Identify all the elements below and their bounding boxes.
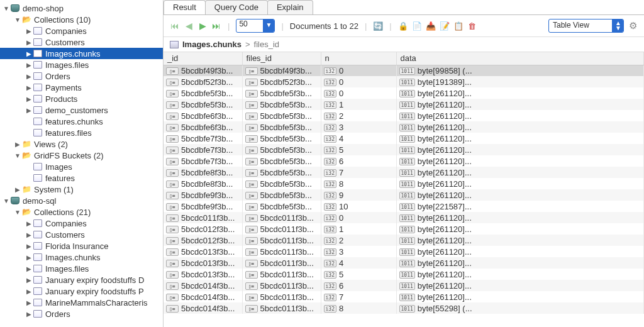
table-cell[interactable]: i327	[321, 291, 396, 302]
table-row[interactable]: ▯≡5bcdc014f3b...▯≡5bcdc011f3b...i3281011…	[164, 302, 644, 314]
table-cell[interactable]: ▯≡5bcdbfe5f3b...	[242, 133, 321, 144]
table-cell[interactable]: 1011byte[261120]...	[396, 257, 644, 269]
table-cell[interactable]: i324	[321, 133, 396, 144]
add-document-button[interactable]	[412, 21, 422, 31]
table-cell[interactable]: 1011byte[261120]...	[396, 269, 644, 280]
table-row[interactable]: ▯≡5bcdbfe7f3b...▯≡5bcdbfe5f3b...i3251011…	[164, 144, 644, 155]
table-cell[interactable]: ▯≡5bcdbfe5f3b...	[242, 167, 321, 178]
tree-node[interactable]: ▶Customers	[0, 36, 163, 48]
table-cell[interactable]: i322	[321, 110, 396, 121]
table-cell[interactable]: ▯≡5bcdbfe5f3b...	[242, 144, 321, 155]
table-row[interactable]: ▯≡5bcdc013f3b...▯≡5bcdc011f3b...i3241011…	[164, 257, 644, 269]
table-cell[interactable]: ▯≡5bcdc011f3b...	[242, 257, 321, 269]
table-cell[interactable]: i323	[321, 246, 396, 257]
tree-node[interactable]: ▶Companies	[0, 25, 163, 36]
table-row[interactable]: ▯≡5bcdc011f3b...▯≡5bcdc011f3b...i3201011…	[164, 212, 644, 223]
table-cell[interactable]: ▯≡5bcdbfe5f3b...	[242, 110, 321, 121]
tree-node[interactable]: ▼demo-shop	[0, 3, 163, 14]
table-row[interactable]: ▯≡5bcdbfe9f3b...▯≡5bcdbfe5f3b...i3210101…	[164, 201, 644, 212]
disclosure-triangle-icon[interactable]: ▼	[14, 209, 21, 216]
table-cell[interactable]: i326	[321, 155, 396, 167]
table-cell[interactable]: i320	[321, 76, 396, 87]
disclosure-triangle-icon[interactable]: ▼	[3, 197, 10, 204]
table-cell[interactable]: ▯≡5bcdbfe7f3b...	[164, 133, 242, 144]
table-cell[interactable]: ▯≡5bcdc013f3b...	[164, 246, 242, 257]
table-row[interactable]: ▯≡5bcdc014f3b...▯≡5bcdc011f3b...i3271011…	[164, 291, 644, 302]
lock-icon[interactable]	[398, 21, 408, 31]
table-cell[interactable]: i325	[321, 144, 396, 155]
disclosure-triangle-icon[interactable]: ▶	[25, 50, 33, 57]
table-cell[interactable]: 1011byte[261120]...	[396, 246, 644, 257]
tree-node[interactable]: ▶System (1)	[0, 184, 163, 195]
tree-node[interactable]: Images	[0, 161, 163, 172]
disclosure-triangle-icon[interactable]: ▼	[14, 152, 21, 159]
settings-button[interactable]	[628, 21, 638, 31]
table-cell[interactable]: ▯≡5bcdbf52f3b...	[242, 76, 321, 87]
table-cell[interactable]: i324	[321, 257, 396, 269]
disclosure-triangle-icon[interactable]: ▶	[25, 243, 33, 250]
table-cell[interactable]: i3210	[321, 201, 396, 212]
table-cell[interactable]: i321	[321, 223, 396, 235]
table-cell[interactable]: 1011byte[261120]...	[396, 121, 644, 133]
table-cell[interactable]: ▯≡5bcdbfe7f3b...	[164, 155, 242, 167]
table-cell[interactable]: 1011byte[261120]...	[396, 212, 644, 223]
tab-query-code[interactable]: Query Code	[205, 0, 268, 14]
table-cell[interactable]: i325	[321, 269, 396, 280]
table-cell[interactable]: ▯≡5bcdbf49f3b...	[242, 65, 321, 76]
table-cell[interactable]: i322	[321, 235, 396, 246]
tree-node[interactable]: features.chunks	[0, 116, 163, 127]
tree-node[interactable]: ▶Images.chunks	[0, 252, 163, 263]
column-header-files-id[interactable]: files_id	[242, 52, 321, 65]
page-size-select[interactable]: 50 ▼	[236, 19, 275, 33]
table-row[interactable]: ▯≡5bcdbfe8f3b...▯≡5bcdbfe5f3b...i3271011…	[164, 167, 644, 178]
table-cell[interactable]: ▯≡5bcdbfe7f3b...	[164, 144, 242, 155]
disclosure-triangle-icon[interactable]: ▶	[25, 288, 33, 295]
table-cell[interactable]: ▯≡5bcdbfe6f3b...	[164, 110, 242, 121]
table-cell[interactable]: i326	[321, 280, 396, 291]
table-cell[interactable]: i321	[321, 99, 396, 110]
disclosure-triangle-icon[interactable]: ▶	[25, 84, 33, 91]
table-cell[interactable]: ▯≡5bcdbfe6f3b...	[164, 121, 242, 133]
table-cell[interactable]: ▯≡5bcdbfe5f3b...	[242, 189, 321, 201]
disclosure-triangle-icon[interactable]: ▶	[25, 96, 33, 103]
disclosure-triangle-icon[interactable]: ▶	[25, 231, 33, 238]
refresh-button[interactable]	[373, 21, 383, 31]
tree-node[interactable]: ▶Images.files	[0, 59, 163, 70]
table-cell[interactable]: ▯≡5bcdbfe8f3b...	[164, 167, 242, 178]
table-cell[interactable]: ▯≡5bcdbfe9f3b...	[164, 201, 242, 212]
table-cell[interactable]: ▯≡5bcdc011f3b...	[242, 302, 321, 314]
column-header-data[interactable]: data	[396, 52, 644, 65]
tree-node[interactable]: ▶Images.chunks	[0, 48, 163, 59]
result-grid[interactable]: _id files_id n data ▯≡5bcdbf49f3b...▯≡5b…	[164, 52, 644, 327]
tree-node[interactable]: ▼Collections (10)	[0, 14, 163, 25]
tree-node[interactable]: ▶Views (2)	[0, 138, 163, 150]
table-cell[interactable]: ▯≡5bcdc012f3b...	[164, 223, 242, 235]
tree-node[interactable]: ▶MarineMammalsCharacteris	[0, 297, 163, 308]
table-row[interactable]: ▯≡5bcdbfe5f3b...▯≡5bcdbfe5f3b...i3201011…	[164, 87, 644, 99]
table-row[interactable]: ▯≡5bcdbfe6f3b...▯≡5bcdbfe5f3b...i3231011…	[164, 121, 644, 133]
table-cell[interactable]: i327	[321, 167, 396, 178]
table-row[interactable]: ▯≡5bcdc012f3b...▯≡5bcdc011f3b...i3221011…	[164, 235, 644, 246]
table-cell[interactable]: 1011byte[261120]...	[396, 280, 644, 291]
tree-node[interactable]: ▶Customers	[0, 229, 163, 240]
table-cell[interactable]: ▯≡5bcdbfe5f3b...	[242, 121, 321, 133]
tree-node[interactable]: ▶demo_customers	[0, 104, 163, 116]
table-cell[interactable]: ▯≡5bcdc011f3b...	[242, 235, 321, 246]
view-mode-select[interactable]: Table View ▲▼	[548, 19, 624, 33]
table-cell[interactable]: i328	[321, 302, 396, 314]
edit-document-button[interactable]	[440, 21, 450, 31]
disclosure-triangle-icon[interactable]: ▶	[25, 299, 33, 306]
table-cell[interactable]: i329	[321, 189, 396, 201]
disclosure-triangle-icon[interactable]: ▶	[25, 107, 33, 114]
tab-explain[interactable]: Explain	[267, 0, 313, 14]
table-cell[interactable]: i320	[321, 212, 396, 223]
tree-node[interactable]: ▶Payments	[0, 82, 163, 93]
table-cell[interactable]: i320	[321, 87, 396, 99]
table-cell[interactable]: ▯≡5bcdbfe5f3b...	[164, 87, 242, 99]
table-cell[interactable]: ▯≡5bcdbfe5f3b...	[242, 87, 321, 99]
table-cell[interactable]: ▯≡5bcdbfe5f3b...	[242, 178, 321, 189]
table-cell[interactable]: 1011byte[261120]...	[396, 133, 644, 144]
table-cell[interactable]: ▯≡5bcdc011f3b...	[242, 291, 321, 302]
tab-result[interactable]: Result	[164, 0, 206, 14]
table-cell[interactable]: 1011byte[261120]...	[396, 110, 644, 121]
